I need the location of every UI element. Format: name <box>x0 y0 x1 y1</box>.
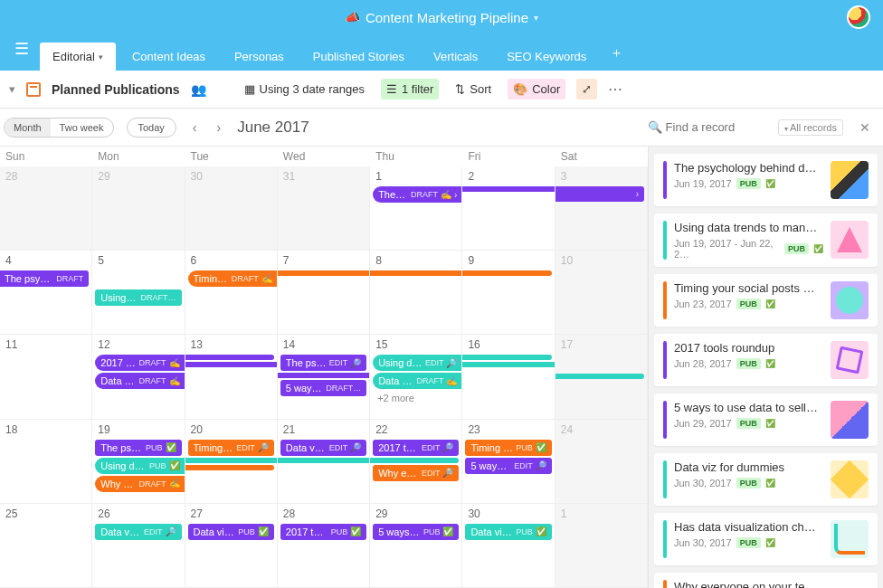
event-chip[interactable] <box>555 374 644 379</box>
calendar-cell[interactable]: 9 <box>462 251 555 335</box>
calendar-cell[interactable]: 25 <box>0 504 92 588</box>
calendar-cell[interactable]: 31 <box>278 166 370 251</box>
event-chip[interactable]: The psychology behind data vizDRAFT✍️› <box>373 186 462 203</box>
event-chip[interactable]: The psychology …DRAFT <box>0 270 89 287</box>
base-title[interactable]: 📣 Content Marketing Pipeline ▾ <box>345 10 538 25</box>
calendar-cell[interactable]: 27Data visualiz…PUB✅ <box>185 504 278 588</box>
record-card[interactable]: Data viz for dummiesJun 30, 2017PUB✅ <box>654 453 878 506</box>
event-chip[interactable]: 2017 tools roundupDRAFT✍️ <box>95 355 185 371</box>
view-title[interactable]: Planned Publications <box>52 82 180 97</box>
expand-tool[interactable]: ⤢ <box>576 79 597 100</box>
event-chip[interactable]: Data visualiz…EDIT🔎 <box>280 440 366 456</box>
event-chip[interactable] <box>462 186 555 192</box>
record-sidebar[interactable]: The psychology behind d…Jun 19, 2017PUB✅… <box>648 147 883 588</box>
calendar-cell[interactable]: 122017 tools roundupDRAFT✍️Data visualiz… <box>92 335 185 419</box>
calendar-cell[interactable]: 16 <box>462 335 555 419</box>
record-card[interactable]: Has data visualization ch…Jun 30, 2017PU… <box>654 513 878 565</box>
calendar-cell[interactable]: 3› <box>555 166 648 251</box>
event-chip[interactable] <box>185 362 278 367</box>
search-input-wrap[interactable]: 🔍 <box>648 120 765 134</box>
calendar-cell[interactable]: 295 ways to us…PUB✅ <box>370 504 462 588</box>
all-records-dropdown[interactable]: ▾ All records <box>778 119 843 136</box>
range-toggle[interactable]: Month Two week <box>4 118 114 138</box>
event-chip[interactable]: Data viz for …EDIT🔎 <box>95 524 181 540</box>
tab-published-stories[interactable]: Published Stories <box>300 43 417 71</box>
event-chip[interactable] <box>462 355 551 360</box>
event-chip[interactable] <box>185 465 274 470</box>
calendar-cell[interactable]: 26Data viz for …EDIT🔎 <box>92 504 185 588</box>
event-chip[interactable] <box>462 362 555 367</box>
record-card[interactable]: 2017 tools roundupJun 28, 2017PUB✅ <box>654 334 878 386</box>
add-tab-button[interactable]: ＋ <box>603 39 631 71</box>
collapse-icon[interactable]: ▾ <box>9 82 15 96</box>
event-chip[interactable]: Using data t…EDIT🔎 <box>373 355 462 371</box>
event-chip[interactable] <box>462 270 551 276</box>
dateranges-tool[interactable]: ▦ Using 3 date ranges <box>239 79 370 100</box>
calendar-cell[interactable]: 17 <box>555 335 648 419</box>
event-chip[interactable]: Why everyone on your team need…DRAFT✍️ <box>95 476 185 492</box>
calendar-cell[interactable]: 4The psychology …DRAFT <box>0 251 92 335</box>
event-chip[interactable]: 2017 tools r…PUB✅ <box>280 524 366 540</box>
calendar-cell[interactable]: 20Timing your …EDIT🔎 <box>185 420 278 504</box>
more-icon[interactable]: ⋯ <box>608 81 624 98</box>
range-twoweek[interactable]: Two week <box>51 119 113 137</box>
color-tool[interactable]: 🎨 Color <box>508 79 565 100</box>
event-chip[interactable] <box>185 355 274 360</box>
calendar-cell[interactable]: 1 <box>555 504 648 588</box>
tab-content-ideas[interactable]: Content Ideas <box>119 43 218 71</box>
event-chip[interactable]: 2017 tools r…EDIT🔎 <box>373 440 459 456</box>
more-events[interactable]: +2 more <box>372 391 460 405</box>
calendar-cell[interactable]: 29 <box>92 166 185 251</box>
record-card[interactable]: Using data trends to man…Jun 19, 2017 - … <box>654 213 878 267</box>
record-card[interactable]: Timing your social posts …Jun 23, 2017PU… <box>654 274 878 327</box>
event-chip[interactable]: Data visualization: Linking left brain &… <box>95 373 185 389</box>
event-chip[interactable]: 5 ways to us…EDIT🔎 <box>465 458 551 474</box>
tab-personas[interactable]: Personas <box>222 43 297 71</box>
calendar-cell[interactable]: 13 <box>185 335 278 419</box>
calendar-cell[interactable]: 30Data viz for …PUB✅ <box>462 504 555 588</box>
record-card[interactable]: Why everyone on your te…PUB✅ <box>654 573 878 588</box>
calendar-cell[interactable]: 8 <box>370 251 462 335</box>
calendar-cell[interactable]: 18 <box>0 420 92 504</box>
record-card[interactable]: The psychology behind d…Jun 19, 2017PUB✅ <box>654 154 878 206</box>
event-chip[interactable] <box>278 458 370 463</box>
record-card[interactable]: 5 ways to use data to sell…Jun 29, 2017P… <box>654 394 878 446</box>
event-chip[interactable]: The psychol…PUB✅ <box>95 440 181 456</box>
today-button[interactable]: Today <box>127 118 176 138</box>
tab-editorial[interactable]: Editorial▾ <box>40 43 116 71</box>
calendar-cell[interactable]: 28 <box>0 166 92 251</box>
sort-tool[interactable]: ⇅ Sort <box>450 79 497 100</box>
event-chip[interactable]: 5 ways to us…PUB✅ <box>373 524 459 540</box>
menu-icon[interactable]: ☰ <box>7 39 36 66</box>
next-month-button[interactable]: › <box>214 120 225 135</box>
calendar-cell[interactable]: 11 <box>0 335 92 419</box>
event-chip[interactable] <box>185 458 278 463</box>
calendar-cell[interactable]: 30 <box>185 166 278 251</box>
event-chip[interactable] <box>370 458 459 463</box>
calendar-cell[interactable]: 14The psychol…EDIT🔎5 ways to u…DRAFT… <box>278 335 370 419</box>
calendar-cell[interactable]: 10 <box>555 251 648 335</box>
event-chip[interactable]: Using data trends to manage your merchan… <box>95 458 185 474</box>
event-chip[interactable]: Why everyo…EDIT🔎 <box>373 465 459 481</box>
event-chip[interactable]: Data visualiz…PUB✅ <box>188 524 274 540</box>
calendar-cell[interactable]: 6Timing your social posts for successDRA… <box>185 251 278 335</box>
filter-tool[interactable]: ☰ 1 filter <box>381 79 439 100</box>
event-chip[interactable]: Data viz for …PUB✅ <box>465 524 551 540</box>
tab-seo-keywords[interactable]: SEO Keywords <box>494 43 599 71</box>
event-chip[interactable]: The psychol…EDIT🔎 <box>280 355 366 371</box>
calendar-cell[interactable]: 282017 tools r…PUB✅ <box>278 504 370 588</box>
calendar-cell[interactable]: 19The psychol…PUB✅Using data trends to m… <box>92 420 185 504</box>
close-icon[interactable]: ✕ <box>856 120 874 135</box>
event-chip[interactable] <box>278 270 370 276</box>
event-chip[interactable] <box>370 270 462 276</box>
calendar-cell[interactable]: 222017 tools r…EDIT🔎Why everyo…EDIT🔎 <box>370 420 462 504</box>
share-icon[interactable]: 👥 <box>191 82 206 97</box>
event-chip[interactable]: Using data …DRAFT… <box>95 289 181 306</box>
calendar-cell[interactable]: 1The psychology behind data vizDRAFT✍️› <box>370 166 462 251</box>
calendar-cell[interactable]: 21Data visualiz…EDIT🔎 <box>278 420 370 504</box>
calendar-cell[interactable]: 23Timing your …PUB✅5 ways to us…EDIT🔎 <box>462 420 555 504</box>
calendar-cell[interactable]: 2 <box>462 166 555 251</box>
search-input[interactable] <box>666 120 765 134</box>
calendar-cell[interactable]: 24 <box>555 420 648 504</box>
calendar-cell[interactable]: 5Using data …DRAFT… <box>92 251 185 335</box>
